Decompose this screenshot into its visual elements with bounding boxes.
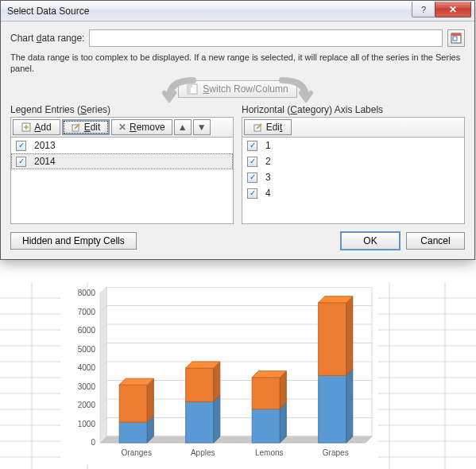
svg-marker-49 [119,378,153,385]
remove-icon: ✕ [118,122,126,133]
series-item[interactable]: ✓2013 [11,138,233,153]
help-button[interactable]: ? [412,2,435,17]
arrow-right-icon [279,76,314,103]
series-toolbar: Add Edit ✕ Remove ▲ ▼ [10,117,234,137]
category-label: 3 [265,172,271,183]
edit-series-button[interactable]: Edit [62,119,110,135]
category-label: 2 [265,156,271,167]
svg-rect-55 [252,409,280,443]
y-tick-label: 1000 [78,420,96,428]
range-picker-button[interactable] [447,29,465,47]
legend-entries-panel: Legend Entries (Series) Add Edit ✕ Remov… [10,104,234,224]
ok-button[interactable]: OK [341,232,400,250]
edit-category-button[interactable]: Edit [244,119,292,135]
svg-marker-61 [346,369,353,443]
svg-marker-53 [214,362,220,401]
category-label: 4 [265,188,271,199]
checkbox[interactable]: ✓ [16,141,26,151]
help-icon: ? [421,5,426,14]
svg-marker-64 [319,297,353,303]
edit-icon [72,122,81,132]
warning-text: The data range is too complex to be disp… [10,52,465,74]
hidden-empty-cells-button[interactable]: Hidden and Empty Cells [10,232,137,250]
y-tick-label: 0 [91,438,95,447]
remove-series-button[interactable]: ✕ Remove [111,119,172,135]
svg-rect-62 [319,303,346,376]
checkbox[interactable]: ✓ [247,172,257,183]
x-tick-label: Lemons [255,448,284,457]
series-label: 2014 [34,156,56,167]
dialog-title: Select Data Source [7,6,412,17]
svg-rect-52 [186,368,214,401]
svg-marker-56 [280,403,286,443]
titlebar[interactable]: Select Data Source ? ✕ [1,1,474,21]
checkbox[interactable]: ✓ [247,141,257,151]
triangle-down-icon: ▼ [197,122,207,133]
svg-rect-60 [319,375,346,443]
category-listbox[interactable]: ✓1✓2✓3✓4 [242,137,465,224]
data-range-input[interactable] [89,29,443,47]
triangle-up-icon: ▲ [178,122,188,133]
y-tick-label: 6000 [78,326,96,335]
category-item[interactable]: ✓1 [242,138,464,153]
series-label: 2013 [34,140,56,151]
y-tick-label: 3000 [78,382,96,391]
chart[interactable]: 010002000300040005000600070008000Oranges… [60,287,378,465]
cancel-button[interactable]: Cancel [406,232,465,250]
add-icon [21,122,31,132]
x-tick-label: Apples [191,448,215,457]
select-data-source-dialog: Select Data Source ? ✕ Chart data range:… [0,0,475,260]
category-toolbar: Edit [242,117,465,137]
arrow-left-icon [161,76,196,103]
series-item[interactable]: ✓2014 [11,153,233,169]
y-tick-label: 2000 [78,401,96,409]
y-tick-label: 7000 [78,308,96,316]
svg-rect-47 [119,385,147,422]
svg-marker-59 [252,371,286,378]
svg-rect-1 [451,33,461,36]
category-axis-panel: Horizontal (Category) Axis Labels Edit ✓… [242,104,465,224]
range-picker-icon [451,33,462,44]
svg-rect-45 [119,422,147,443]
close-icon: ✕ [449,4,457,15]
add-series-button[interactable]: Add [13,119,60,135]
category-item[interactable]: ✓2 [242,153,464,169]
checkbox[interactable]: ✓ [16,157,26,167]
svg-marker-51 [214,395,220,443]
checkbox[interactable]: ✓ [247,188,257,199]
svg-marker-54 [186,362,220,368]
close-button[interactable]: ✕ [435,2,471,17]
edit-icon [253,122,263,132]
category-item[interactable]: ✓3 [242,169,464,185]
data-range-label: Chart data range: [10,33,84,44]
x-tick-label: Grapes [323,448,349,457]
svg-marker-63 [346,297,353,376]
x-tick-label: Oranges [122,448,152,457]
series-listbox[interactable]: ✓2013✓2014 [10,137,234,224]
y-tick-label: 4000 [78,363,96,372]
y-tick-label: 8000 [78,289,96,297]
category-item[interactable]: ✓4 [242,185,464,201]
checkbox[interactable]: ✓ [247,157,257,167]
category-axis-title: Horizontal (Category) Axis Labels [242,104,465,115]
svg-rect-57 [252,378,280,409]
y-tick-label: 5000 [78,345,96,354]
legend-entries-title: Legend Entries (Series) [10,104,234,115]
svg-marker-48 [147,378,153,422]
category-label: 1 [265,140,271,151]
move-up-button[interactable]: ▲ [174,119,192,135]
svg-rect-50 [186,401,214,443]
move-down-button[interactable]: ▼ [193,119,211,135]
